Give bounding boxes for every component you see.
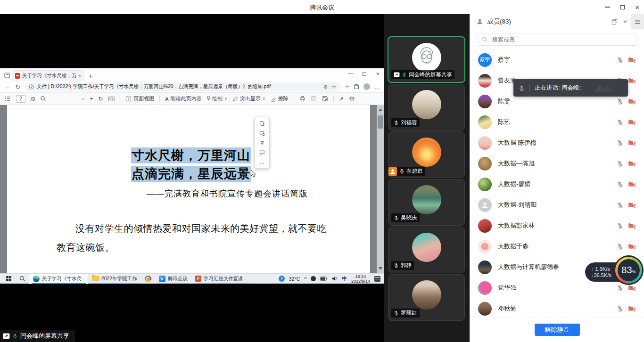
fit-width-icon[interactable]: [108, 96, 115, 102]
tab-actions-icon[interactable]: [4, 73, 10, 78]
taskbar-folder-button[interactable]: 2022年学院工作: [88, 274, 141, 284]
tab-close-icon[interactable]: ×: [78, 73, 81, 79]
members-icon: [476, 18, 483, 25]
tile-name-chip: 闫会峰的屏幕共享: [391, 70, 454, 79]
search-icon: [482, 36, 488, 42]
upload-arrow-icon: ↑: [591, 266, 594, 272]
page-number-input[interactable]: 2: [16, 95, 25, 103]
member-row[interactable]: 蔡宇 蔡宇: [470, 49, 644, 70]
draw-icon: ∇: [207, 96, 210, 102]
mic-muted-icon: [617, 57, 623, 64]
new-tab-button[interactable]: +: [89, 72, 93, 79]
profile-avatar[interactable]: [363, 83, 370, 90]
fullscreen-icon[interactable]: ↗: [339, 96, 344, 102]
search-input[interactable]: [478, 33, 636, 46]
browser-tab[interactable]: 关于学习《寸水尺榭，万里河山 ×: [12, 70, 84, 81]
pdf-viewport: 寸水尺榭，万里河山 点滴完满，星辰远景 ——完满教育和书院宣传专题会讲话简版 没…: [0, 105, 384, 273]
member-row[interactable]: 邓秋菊: [470, 298, 644, 317]
browser-close-icon[interactable]: ×: [376, 71, 380, 77]
taskbar-edge-button[interactable]: 关于学习《寸水尺..: [29, 274, 88, 284]
video-tile[interactable]: 罗丽红: [388, 274, 465, 321]
taskbar-search-icon[interactable]: [16, 274, 29, 284]
info-icon[interactable]: [29, 84, 34, 90]
member-row[interactable]: 大数据—陈旭: [470, 153, 644, 174]
minimize-icon[interactable]: [605, 7, 610, 8]
mic-muted-icon: [399, 168, 405, 174]
page-view-button[interactable]: 页面视图: [125, 95, 154, 102]
member-row[interactable]: 大数据-廖婧: [470, 174, 644, 195]
erase-button[interactable]: 擦除: [271, 95, 289, 102]
collections-icon[interactable]: [354, 84, 359, 90]
close-panel-icon[interactable]: ×: [623, 18, 627, 25]
battery-icon[interactable]: [320, 277, 327, 281]
volume-icon[interactable]: [331, 276, 338, 281]
start-button[interactable]: [2, 274, 16, 284]
more-options-icon[interactable]: …: [259, 160, 264, 165]
host-badge-icon: [388, 167, 397, 176]
toc-icon[interactable]: [5, 96, 11, 102]
panel-header: 成员(83) ×: [470, 14, 644, 29]
read-aloud-button[interactable]: A 朗读此页内容: [165, 95, 201, 102]
save-icon[interactable]: [311, 96, 317, 102]
default-avatar-icon: [481, 201, 489, 209]
zoom-in-icon[interactable]: +: [90, 96, 93, 102]
taskbar-ppt-button[interactable]: P 学习汇总文件宣讲..: [191, 274, 250, 284]
camera-off-icon: [628, 78, 636, 84]
scrollbar-thumb[interactable]: [378, 115, 383, 129]
member-row[interactable]: 大数据-刘晴阳: [470, 195, 644, 215]
rotate-icon[interactable]: ↻: [98, 96, 103, 102]
popout-panel-icon[interactable]: [611, 19, 618, 25]
pdf-scrollbar[interactable]: [377, 105, 384, 273]
member-row[interactable]: 大数据彭家林: [470, 215, 644, 236]
pdf-search-icon[interactable]: [40, 96, 46, 102]
comment-icon[interactable]: [259, 150, 265, 155]
favorites-bar-icon[interactable]: ☆: [345, 84, 349, 90]
close-icon[interactable]: ×: [635, 4, 639, 11]
taskbar-clock[interactable]: 16:24 2022/9/14: [351, 274, 370, 284]
taskbar-chrome-button[interactable]: [141, 274, 155, 284]
panel-menu-button[interactable]: [631, 14, 644, 29]
member-row[interactable]: 陈艺: [470, 112, 644, 132]
ime-indicator[interactable]: 中: [342, 276, 347, 282]
screen-share-view: 关于学习《寸水尺榭，万里河山 × + × ← ↻ 文件 | D:/2022年学院…: [0, 14, 384, 342]
unmute-button[interactable]: 解除静音: [535, 324, 580, 336]
zoom-out-icon[interactable]: −: [81, 96, 84, 102]
pdf-file-icon: [15, 73, 20, 79]
print-icon[interactable]: [299, 96, 305, 102]
windows-taskbar: 关于学习《寸水尺.. 2022年学院工作 腾讯会议 P 学习汇总文件宣讲.. ?…: [0, 273, 384, 284]
browser-restore-icon[interactable]: [363, 72, 366, 76]
video-tile-presenter[interactable]: 闫会峰的屏幕共享: [388, 36, 465, 83]
weather-temp[interactable]: 32°C: [289, 276, 300, 282]
video-tile[interactable]: 向碧群: [388, 131, 465, 178]
upload-speed: 1.9K/s: [595, 266, 610, 272]
camera-off-icon: [628, 306, 636, 312]
favorite-star-icon[interactable]: ☆: [331, 84, 336, 90]
avatar: [478, 178, 492, 191]
video-tile[interactable]: 郭静: [388, 227, 465, 273]
night-mode-icon[interactable]: [311, 276, 316, 281]
camera-off-icon: [628, 202, 636, 208]
help-tray-icon[interactable]: ?: [279, 276, 285, 282]
video-tile[interactable]: 刘福容: [388, 84, 465, 130]
notification-center-icon[interactable]: [374, 276, 380, 282]
draw-button[interactable]: ∇ 绘制 ∨: [207, 95, 227, 102]
highlighter-icon[interactable]: [259, 140, 265, 146]
pdf-settings-icon[interactable]: [349, 96, 355, 102]
member-row[interactable]: 大数据 陈伊梅: [470, 132, 644, 153]
taskbar-meeting-button[interactable]: 腾讯会议: [155, 274, 191, 284]
video-tile[interactable]: 吴晓庆: [388, 179, 465, 226]
browser-minimize-icon[interactable]: [348, 73, 353, 74]
visual-search-icon[interactable]: [259, 130, 265, 136]
avatar: [412, 138, 441, 167]
browser-menu-icon[interactable]: …: [374, 84, 380, 90]
save-as-icon[interactable]: [322, 96, 328, 102]
tray-expand-icon[interactable]: ^: [304, 276, 306, 282]
member-row[interactable]: 大数据于淼: [470, 236, 644, 257]
back-icon[interactable]: ←: [5, 84, 11, 90]
copy-icon[interactable]: [259, 121, 265, 126]
highlight-button[interactable]: 突出显示 ∨: [232, 95, 265, 102]
url-field[interactable]: 文件 | D:/2022年学院工作/关于学习《寸水尺榭，万里河山%20，点滴完满…: [25, 82, 340, 91]
restore-icon[interactable]: [620, 5, 625, 9]
refresh-icon[interactable]: ↻: [15, 84, 20, 90]
zoom-page-icon[interactable]: ⊕: [323, 84, 328, 90]
